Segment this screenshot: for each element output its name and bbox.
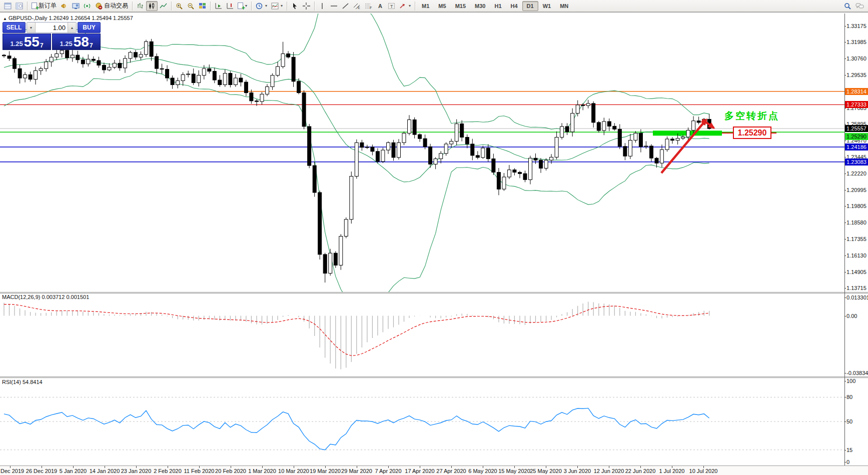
price-tick-label: 1.31985 bbox=[846, 39, 866, 45]
price-tick-label: 1.22220 bbox=[846, 170, 866, 176]
new-chart-button[interactable]: ▾ bbox=[236, 1, 249, 11]
price-tick-label: 1.18580 bbox=[846, 220, 866, 226]
bar-chart-button[interactable] bbox=[135, 1, 146, 11]
tf-h4-button[interactable]: H4 bbox=[506, 1, 522, 11]
price-level-badge: 1.24186 bbox=[845, 144, 868, 150]
alerts-icon[interactable] bbox=[59, 1, 70, 11]
toolbar-separator bbox=[314, 2, 315, 10]
collapse-triangle-icon[interactable]: ▲ bbox=[3, 16, 7, 21]
date-label: 25 May 2020 bbox=[530, 468, 562, 474]
tile-windows-button[interactable] bbox=[197, 1, 208, 11]
sell-price-main: 55 bbox=[24, 35, 40, 49]
date-label: 17 Apr 2020 bbox=[405, 468, 434, 474]
fibonacci-button[interactable]: F bbox=[363, 1, 374, 11]
line-chart-button[interactable] bbox=[158, 1, 169, 11]
price-tick-label: 1.30760 bbox=[846, 56, 866, 62]
price-tick-label: 1.29535 bbox=[846, 72, 866, 78]
toolbar-separator bbox=[171, 2, 172, 10]
price-level-badge: 1.27333 bbox=[845, 101, 868, 108]
auto-scroll-button[interactable] bbox=[213, 1, 224, 11]
date-label: 26 Dec 2019 bbox=[26, 468, 57, 474]
shapes-button[interactable]: ▾ bbox=[397, 1, 413, 11]
date-label: 3 Jun 2020 bbox=[564, 468, 591, 474]
label-button[interactable]: T bbox=[386, 1, 397, 11]
new-order-button[interactable]: 新订单 bbox=[30, 1, 59, 11]
chat-icon[interactable] bbox=[853, 1, 866, 11]
trendline-button[interactable] bbox=[340, 1, 351, 11]
turning-point-annotation[interactable]: 多空转折点 bbox=[724, 110, 779, 122]
toolbar-separator bbox=[27, 2, 28, 10]
rsi-pane[interactable] bbox=[0, 378, 844, 466]
date-label: 20 Feb 2020 bbox=[215, 468, 246, 474]
annotation-connector-left bbox=[722, 132, 733, 134]
sell-price-pip: 7 bbox=[40, 42, 44, 49]
macd-axis-label: -0.038343 bbox=[846, 370, 868, 376]
tf-d1-button[interactable]: D1 bbox=[522, 1, 538, 11]
market-watch-icon[interactable] bbox=[2, 1, 14, 11]
price-tick-label: 1.20995 bbox=[846, 187, 866, 193]
date-label: 14 Jan 2020 bbox=[90, 468, 120, 474]
toolbar-separator bbox=[287, 2, 287, 10]
price-axis[interactable]: 1.331751.319851.307601.295351.270851.258… bbox=[845, 12, 868, 475]
crosshair-button[interactable] bbox=[301, 1, 312, 11]
volume-down-button[interactable]: ▼ bbox=[27, 22, 36, 32]
date-label: 15 May 2020 bbox=[498, 468, 530, 474]
date-label: 10 Jul 2020 bbox=[689, 468, 718, 474]
tf-m1-button[interactable]: M1 bbox=[417, 1, 434, 11]
tf-h1-button[interactable]: H1 bbox=[490, 1, 506, 11]
volume-input[interactable] bbox=[36, 22, 68, 32]
level-annotation-box[interactable]: 1.25290 bbox=[733, 126, 771, 139]
templates-button[interactable]: ▾ bbox=[269, 1, 285, 11]
zoom-in-button[interactable] bbox=[174, 1, 185, 11]
horizontal-line-button[interactable] bbox=[328, 1, 340, 11]
search-icon[interactable] bbox=[842, 1, 853, 11]
date-label: 7 Apr 2020 bbox=[375, 468, 401, 474]
main-chart-pane[interactable] bbox=[0, 14, 844, 292]
channel-button[interactable]: E bbox=[351, 1, 363, 11]
data-window-icon[interactable] bbox=[14, 1, 25, 11]
macd-indicator-label: MACD(12,26,9) 0.003712 0.001501 bbox=[2, 294, 89, 300]
svg-text:E: E bbox=[358, 6, 360, 10]
buy-price-button[interactable]: 1.25 58 7 bbox=[52, 34, 101, 50]
price-level-badge: 1.25557 bbox=[845, 125, 868, 132]
price-tick-label: 1.13715 bbox=[846, 285, 866, 291]
rsi-indicator-label: RSI(14) 54.8414 bbox=[2, 379, 43, 385]
rsi-line bbox=[4, 408, 709, 450]
cursor-button[interactable] bbox=[289, 1, 301, 11]
date-label: 1 Mar 2020 bbox=[248, 468, 276, 474]
time-axis[interactable]: 7 Dec 201926 Dec 20195 Jan 202014 Jan 20… bbox=[0, 466, 868, 475]
text-button[interactable]: A bbox=[374, 1, 386, 11]
date-label: 1 Jul 2020 bbox=[659, 468, 685, 474]
metaeditor-icon[interactable] bbox=[70, 1, 82, 11]
sell-price-button[interactable]: 1.25 55 7 bbox=[3, 34, 51, 50]
periods-button[interactable]: ▾ bbox=[254, 1, 269, 11]
date-label: 6 May 2020 bbox=[468, 468, 497, 474]
price-level-badge: 1.28314 bbox=[845, 88, 868, 95]
annotation-connector-right bbox=[771, 132, 776, 134]
bollinger-band-upper[interactable] bbox=[4, 14, 709, 130]
zoom-out-button[interactable] bbox=[185, 1, 197, 11]
tf-mn-button[interactable]: MN bbox=[555, 1, 573, 11]
chart-shift-button[interactable] bbox=[224, 1, 236, 11]
volume-up-button[interactable]: ▲ bbox=[68, 22, 76, 32]
macd-pane[interactable] bbox=[0, 294, 844, 376]
signals-icon[interactable] bbox=[82, 1, 93, 11]
tf-m5-button[interactable]: M5 bbox=[434, 1, 450, 11]
buy-price-prefix: 1.25 bbox=[60, 40, 72, 48]
macd-axis-label: 0.00 bbox=[846, 313, 857, 319]
price-level-badge: 1.23083 bbox=[845, 158, 868, 166]
svg-text:T: T bbox=[390, 4, 393, 8]
buy-button[interactable]: BUY bbox=[78, 22, 101, 33]
date-label: 5 Jan 2020 bbox=[60, 468, 87, 474]
tf-m30-button[interactable]: M30 bbox=[470, 1, 490, 11]
tf-w1-button[interactable]: W1 bbox=[538, 1, 556, 11]
candlestick-chart-button[interactable] bbox=[146, 1, 158, 11]
price-tick-label: 1.17355 bbox=[846, 236, 866, 242]
chart-title: ▲GBPUSD-,Daily 1.26249 1.26654 1.25494 1… bbox=[3, 15, 133, 21]
date-label: 10 Mar 2020 bbox=[278, 468, 309, 474]
autotrading-button[interactable]: 自动交易 bbox=[93, 1, 130, 11]
svg-text:A: A bbox=[378, 3, 382, 9]
vertical-line-button[interactable] bbox=[317, 1, 328, 11]
sell-button[interactable]: SELL bbox=[3, 22, 26, 33]
tf-m15-button[interactable]: M15 bbox=[451, 1, 470, 11]
